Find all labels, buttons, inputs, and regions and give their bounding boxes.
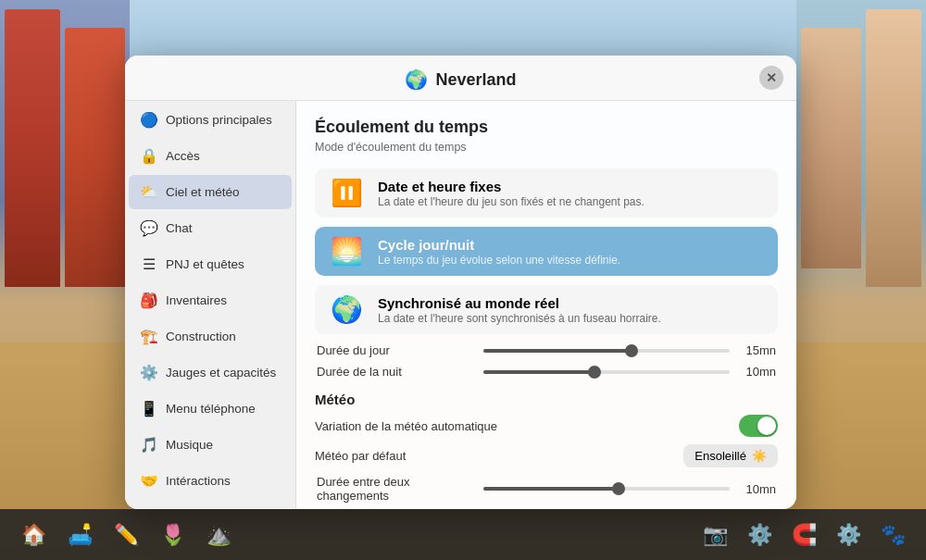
time-options: ⏸️ Date et heure fixes La date et l'heur… bbox=[315, 168, 778, 334]
taskbar-right: 📷⚙️🧲⚙️🐾 bbox=[700, 520, 907, 550]
sidebar-label-ciel-meteo: Ciel et météo bbox=[166, 185, 240, 199]
time-option-desc-sync: La date et l'heure sont synchronisés à u… bbox=[378, 312, 661, 325]
taskbar-icon-home[interactable]: 🏠 bbox=[19, 520, 48, 550]
taskbar-left: 🏠🛋️✏️🌷⛰️ bbox=[19, 520, 233, 550]
slider-track-0[interactable] bbox=[483, 349, 730, 353]
slider-value-1: 10mn bbox=[739, 365, 776, 379]
sidebar-label-pnj-quetes: PNJ et quêtes bbox=[166, 257, 244, 271]
sidebar-icon-pnj-quetes: ☰ bbox=[140, 255, 158, 273]
sidebar-label-options-principales: Options principales bbox=[166, 113, 272, 127]
meteo-select-label: Météo par défaut bbox=[315, 449, 683, 463]
dialog-header: 🌍 Neverland ✕ bbox=[125, 56, 796, 101]
sidebar-label-menu-telephone: Menu téléphone bbox=[166, 402, 256, 416]
toggles-container: Variation de la météo automatique bbox=[315, 415, 778, 437]
slider-label-1: Durée de la nuit bbox=[317, 365, 474, 379]
content-panel: Écoulement du temps Mode d'écoulement du… bbox=[296, 101, 796, 509]
settings-dialog: 🌍 Neverland ✕ 🔵 Options principales 🔒 Ac… bbox=[125, 56, 796, 509]
sidebar-item-musique[interactable]: 🎵 Musique bbox=[129, 428, 292, 462]
slider-label-0: Durée du jour bbox=[317, 343, 474, 357]
toggle-knob-0 bbox=[757, 417, 776, 435]
taskbar-icon-settings[interactable]: ⚙️ bbox=[833, 520, 863, 550]
dialog-body: 🔵 Options principales 🔒 Accès ⛅ Ciel et … bbox=[125, 101, 796, 509]
sidebar-icon-inventaires: 🎒 bbox=[140, 292, 158, 309]
slider-thumb-0[interactable] bbox=[612, 482, 625, 495]
sidebar-item-pnj-quetes[interactable]: ☰ PNJ et quêtes bbox=[129, 247, 292, 281]
sidebar-icon-musique: 🎵 bbox=[140, 436, 158, 454]
slider-value-0: 15mn bbox=[739, 343, 776, 357]
taskbar-icon-camera[interactable]: 📷 bbox=[700, 520, 730, 550]
sidebar-item-jauges-capacites[interactable]: ⚙️ Jauges et capacités bbox=[129, 355, 292, 390]
time-option-icon-cycle: 🌅 bbox=[328, 236, 365, 267]
slider-row-0: Durée du jour 15mn bbox=[315, 343, 778, 357]
slider-row-0: Durée entre deux changements 10mn bbox=[315, 475, 778, 503]
taskbar-icon-paw[interactable]: 🐾 bbox=[878, 520, 907, 550]
sidebar-icon-options-principales: 🔵 bbox=[140, 111, 158, 129]
sidebar-label-chat: Chat bbox=[166, 221, 193, 235]
slider-label-0: Durée entre deux changements bbox=[317, 475, 474, 503]
sidebar-item-interactions[interactable]: 🤝 Intéractions bbox=[129, 464, 292, 498]
sidebar-label-construction: Construction bbox=[166, 330, 236, 343]
meteo-sliders: Durée entre deux changements 10mn Durée … bbox=[315, 475, 778, 509]
taskbar-icon-gear1[interactable]: ⚙️ bbox=[745, 520, 774, 550]
slider-track-1[interactable] bbox=[483, 370, 730, 374]
sidebar-label-jauges-capacites: Jauges et capacités bbox=[166, 366, 276, 380]
sidebar-icon-jauges-capacites: ⚙️ bbox=[140, 364, 158, 381]
dialog-title-text: Neverland bbox=[435, 70, 516, 90]
slider-thumb-0[interactable] bbox=[625, 344, 638, 357]
sidebar-icon-deplacements: 🚶 bbox=[140, 508, 158, 509]
slider-row-1: Durée de la nuit 10mn bbox=[315, 365, 778, 379]
sidebar-item-acces[interactable]: 🔒 Accès bbox=[129, 139, 292, 173]
time-option-sync[interactable]: 🌍 Synchronisé au monde réel La date et l… bbox=[315, 285, 778, 334]
taskbar-icon-magnet[interactable]: 🧲 bbox=[789, 520, 819, 550]
globe-icon: 🌍 bbox=[405, 68, 428, 91]
sidebar-icon-acces: 🔒 bbox=[140, 147, 158, 165]
taskbar-icon-edit[interactable]: ✏️ bbox=[111, 520, 141, 550]
slider-fill-1 bbox=[483, 370, 594, 374]
sidebar-icon-construction: 🏗️ bbox=[140, 328, 158, 345]
slider-fill-0 bbox=[483, 487, 619, 491]
time-option-title-fixed: Date et heure fixes bbox=[378, 179, 644, 194]
toggle-switch-0[interactable] bbox=[739, 415, 778, 437]
content-title: Écoulement du temps bbox=[315, 118, 778, 137]
sidebar-icon-interactions: 🤝 bbox=[140, 472, 158, 490]
slider-fill-0 bbox=[483, 349, 632, 353]
toggle-row-0: Variation de la météo automatique bbox=[315, 415, 778, 437]
slider-track-0[interactable] bbox=[483, 487, 730, 491]
sidebar-item-ciel-meteo[interactable]: ⛅ Ciel et météo bbox=[129, 175, 292, 209]
sidebar-item-chat[interactable]: 💬 Chat bbox=[129, 211, 292, 245]
slider-thumb-1[interactable] bbox=[588, 366, 601, 379]
meteo-section-header: Météo bbox=[315, 392, 778, 407]
sidebar-label-musique: Musique bbox=[166, 438, 213, 452]
taskbar-icon-flower[interactable]: 🌷 bbox=[157, 520, 187, 550]
taskbar-icon-mountain[interactable]: ⛰️ bbox=[204, 520, 233, 550]
time-option-icon-sync: 🌍 bbox=[328, 294, 365, 325]
time-option-icon-fixed: ⏸️ bbox=[328, 178, 365, 208]
meteo-select-box[interactable]: Ensoleillé ☀️ bbox=[683, 444, 778, 467]
sidebar-label-acces: Accès bbox=[166, 149, 200, 163]
dialog-title: 🌍 Neverland bbox=[405, 68, 516, 91]
time-option-desc-cycle: Le temps du jeu évolue selon une vitesse… bbox=[378, 254, 620, 267]
sidebar-icon-ciel-meteo: ⛅ bbox=[140, 183, 158, 201]
toggle-label-0: Variation de la météo automatique bbox=[315, 419, 739, 433]
sidebar-item-inventaires[interactable]: 🎒 Inventaires bbox=[129, 283, 292, 317]
time-option-fixed[interactable]: ⏸️ Date et heure fixes La date et l'heur… bbox=[315, 168, 778, 218]
sidebar-item-menu-telephone[interactable]: 📱 Menu téléphone bbox=[129, 392, 292, 426]
time-option-cycle[interactable]: 🌅 Cycle jour/nuit Le temps du jeu évolue… bbox=[315, 227, 778, 276]
content-subtitle: Mode d'écoulement du temps bbox=[315, 141, 778, 154]
sidebar-item-construction[interactable]: 🏗️ Construction bbox=[129, 319, 292, 354]
sidebar-icon-menu-telephone: 📱 bbox=[140, 400, 158, 417]
slider-value-0: 10mn bbox=[739, 482, 776, 496]
sidebar: 🔵 Options principales 🔒 Accès ⛅ Ciel et … bbox=[125, 101, 296, 509]
sidebar-item-options-principales[interactable]: 🔵 Options principales bbox=[129, 103, 292, 137]
sidebar-label-inventaires: Inventaires bbox=[166, 293, 227, 307]
taskbar: 🏠🛋️✏️🌷⛰️ 📷⚙️🧲⚙️🐾 bbox=[0, 509, 926, 560]
sidebar-label-interactions: Intéractions bbox=[166, 474, 231, 488]
close-button[interactable]: ✕ bbox=[759, 66, 783, 90]
sidebar-item-deplacements[interactable]: 🚶 Déplacements bbox=[129, 500, 292, 509]
time-option-title-sync: Synchronisé au monde réel bbox=[378, 295, 661, 311]
sun-icon: ☀️ bbox=[752, 449, 767, 463]
time-option-desc-fixed: La date et l'heure du jeu son fixés et n… bbox=[378, 195, 644, 208]
taskbar-icon-couch[interactable]: 🛋️ bbox=[65, 520, 94, 550]
day-night-sliders: Durée du jour 15mn Durée de la nuit 10mn bbox=[315, 343, 778, 379]
time-option-title-cycle: Cycle jour/nuit bbox=[378, 237, 620, 253]
